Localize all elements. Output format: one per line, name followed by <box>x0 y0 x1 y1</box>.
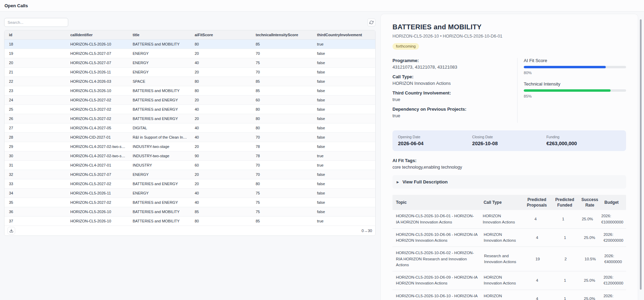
cell-title: ENERGY <box>128 70 190 74</box>
column-header-id[interactable]: id <box>4 33 66 37</box>
cell-callidentifier: HORIZON-CL5-2027-02 <box>66 200 128 204</box>
cell-title: BATTERIES and MOBILITY <box>128 89 190 93</box>
score-bars: AI Fit Score 80% Technical Intensity 85% <box>517 58 626 123</box>
topic-row[interactable]: HORIZON-CL5-2026-10-D6-02 - HORIZON-RIA … <box>392 247 626 271</box>
field-label: Dependency on Previous Projects: <box>392 107 517 112</box>
cell-thirdcountryinvolvement: false <box>313 200 375 204</box>
info-value: 2026-06-04 <box>398 141 472 146</box>
cell-technicalintensityscore: 80 <box>251 126 313 130</box>
cell-id: 25 <box>4 107 66 111</box>
cell-aifitscore: 20 <box>190 144 251 149</box>
download-button[interactable] <box>8 227 15 234</box>
cell-thirdcountryinvolvement: true <box>313 163 375 167</box>
score-percent: 85% <box>524 94 626 98</box>
ai-fit-tags: AI Fit Tags: core technology,enabling te… <box>392 158 626 170</box>
cell-technicalintensityscore: 70 <box>251 70 313 74</box>
cell-callidentifier: HORIZON-CL5-2027-02 <box>66 117 128 121</box>
detail-title: BATTERIES and MOBILITY <box>392 23 626 31</box>
cell-thirdcountryinvolvement: false <box>313 191 375 195</box>
cell-thirdcountryinvolvement: false <box>313 126 375 130</box>
cell-technicalintensityscore: 80 <box>251 117 313 121</box>
cell-thirdcountryinvolvement: false <box>313 144 375 149</box>
cell-aifitscore: 20 <box>190 172 251 177</box>
cell-id: 27 <box>4 126 66 130</box>
topic-cell-topic: HORIZON-CL5-2026-10-D6-02 - HORIZON-RIA … <box>392 247 481 271</box>
topic-cell-proposals: 4 <box>521 213 549 225</box>
table-row[interactable]: 35 HORIZON-CL5-2027-02 BATTERIES and ENE… <box>4 198 375 207</box>
table-row[interactable]: 27 HORIZON-CL4-2027-05 DIGITAL 40 80 fal… <box>4 123 375 133</box>
cell-title: BATTERIES and ENERGY <box>128 182 190 186</box>
column-header-aifitscore[interactable]: aiFitScore <box>190 33 251 37</box>
table-row[interactable]: 22 HORIZON-CL4-2026-03 SPACE 80 85 false <box>4 77 375 86</box>
cell-id: 20 <box>4 61 66 65</box>
table-row[interactable]: 20 HORIZON-CL5-2027-07 ENERGY 40 75 fals… <box>4 58 375 68</box>
cell-callidentifier: HORIZON-CL4-2027-02-two-stage <box>66 154 128 158</box>
topic-row[interactable]: HORIZON-CL5-2026-10-D6-10 - HORIZON-IA H… <box>392 290 626 300</box>
field-value: true <box>392 97 517 102</box>
topics-column-predicted-funded: Predicted Funded <box>551 195 578 210</box>
table-row[interactable]: 26 HORIZON-CL5-2027-02 BATTERIES and ENE… <box>4 114 375 123</box>
cell-callidentifier: HORIZON-CL5-2026-10 <box>66 210 128 214</box>
cell-thirdcountryinvolvement: false <box>313 51 375 56</box>
table-row[interactable]: 37 HORIZON-CL5-2026-10 BATTERIES and MOB… <box>4 217 375 226</box>
cell-id: 21 <box>4 70 66 74</box>
table-row[interactable]: 33 HORIZON-CL5-2027-02 BATTERIES and ENE… <box>4 179 375 189</box>
detail-field: Third Country Involvement: true <box>392 90 517 102</box>
table-row[interactable]: 23 HORIZON-CL5-2026-10 BATTERIES and MOB… <box>4 86 375 96</box>
detail-field: Call Type: HORIZON Innovation Actions <box>392 74 517 86</box>
table-row[interactable]: 36 HORIZON-CL5-2026-10 BATTERIES and MOB… <box>4 207 375 217</box>
topic-row[interactable]: HORIZON-CL5-2026-10-D6-01 - HORIZON-IA H… <box>392 210 626 229</box>
topic-row[interactable]: HORIZON-CL5-2026-10-D6-09 - HORIZON-IA H… <box>392 271 626 290</box>
cell-id: 37 <box>4 219 66 223</box>
tags-value: core technology,enabling technology <box>392 165 626 170</box>
table-row[interactable]: 25 HORIZON-CL5-2027-02 BATTERIES and ENE… <box>4 105 375 114</box>
topic-cell-funded: 1 <box>551 232 578 244</box>
table-row[interactable]: 18 HORIZON-CL5-2026-10 BATTERIES and MOB… <box>4 40 375 49</box>
cell-thirdcountryinvolvement: true <box>313 154 375 158</box>
column-header-technicalintensityscore[interactable]: technicalIntensityScore <box>251 33 313 37</box>
table-row[interactable]: 24 HORIZON-CL5-2027-02 BATTERIES and ENE… <box>4 96 375 105</box>
topic-cell-rate: 10.5% <box>579 253 601 265</box>
view-full-description-toggle[interactable]: ▶ View Full Description <box>392 175 626 189</box>
table-row[interactable]: 21 HORIZON-CL5-2026-11 ENERGY 20 70 fals… <box>4 68 375 77</box>
download-icon <box>9 229 13 233</box>
cell-title: BATTERIES and MOBILITY <box>128 42 190 46</box>
cell-callidentifier: HORIZON-CL5-2027-02 <box>66 107 128 111</box>
cell-title: ENERGY <box>128 191 190 195</box>
column-header-thirdcountryinvolvement[interactable]: thirdCountryInvolvement <box>313 33 375 37</box>
cell-technicalintensityscore: 80 <box>251 107 313 111</box>
table-row[interactable]: 28 HORIZON-CID-2027-01 R&I in Support of… <box>4 133 375 142</box>
cell-title: SPACE <box>128 79 190 83</box>
topics-column-calltype: Call Type <box>480 198 522 207</box>
cell-aifitscore: 40 <box>190 126 251 130</box>
search-input[interactable] <box>4 18 68 27</box>
table-row[interactable]: 19 HORIZON-CL5-2027-07 ENERGY 20 70 fals… <box>4 49 375 58</box>
cell-aifitscore: 85 <box>190 210 251 214</box>
cell-aifitscore: 40 <box>190 61 251 65</box>
table-row[interactable]: 34 HORIZON-CL5-2026-11 ENERGY 40 75 fals… <box>4 189 375 198</box>
tags-label: AI Fit Tags: <box>392 158 626 163</box>
topic-cell-funded: 2 <box>552 253 579 265</box>
cell-callidentifier: HORIZON-CL5-2027-07 <box>66 51 128 56</box>
cell-technicalintensityscore: 78 <box>251 144 313 149</box>
cell-title: INDUSTRY-two-stage <box>128 144 190 149</box>
info-item: Closing Date 2026-10-08 <box>472 135 546 146</box>
refresh-button[interactable] <box>367 18 376 27</box>
topic-row[interactable]: HORIZON-CL5-2026-10-D6-06 - HORIZON-IA H… <box>392 229 626 247</box>
table-row[interactable]: 32 HORIZON-CL5-2027-07 ENERGY 20 70 fals… <box>4 170 375 179</box>
cell-callidentifier: HORIZON-CL5-2026-10 <box>66 89 128 93</box>
table-row[interactable]: 30 HORIZON-CL4-2027-02-two-stage INDUSTR… <box>4 151 375 161</box>
info-label: Closing Date <box>472 135 546 139</box>
vertical-scrollbar[interactable] <box>640 19 642 290</box>
cell-callidentifier: HORIZON-CL5-2027-02 <box>66 98 128 102</box>
cell-callidentifier: HORIZON-CL5-2026-10 <box>66 219 128 223</box>
cell-callidentifier: HORIZON-CL5-2026-11 <box>66 191 128 195</box>
cell-thirdcountryinvolvement: false <box>313 182 375 186</box>
cell-title: ENERGY <box>128 51 190 56</box>
column-header-title[interactable]: title <box>128 33 190 37</box>
info-value: 2026-10-08 <box>472 141 546 146</box>
column-header-callidentifier[interactable]: callIdentifier <box>66 33 128 37</box>
table-row[interactable]: 31 HORIZON-CL4-2027-01 INDUSTRY 60 70 tr… <box>4 161 375 170</box>
cell-callidentifier: HORIZON-CL5-2026-11 <box>66 70 128 74</box>
table-row[interactable]: 29 HORIZON-CL4-2027-02-two-stage INDUSTR… <box>4 142 375 151</box>
